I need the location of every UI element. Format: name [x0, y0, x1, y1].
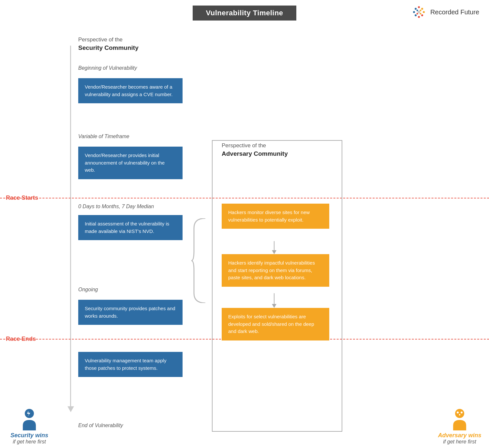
security-person-section: Security wins if get here first — [3, 408, 55, 445]
orange-box-1-text: Hackers monitor diverse sites for new vu… — [228, 210, 310, 223]
blue-box-2-text: Vendor/Researcher provides initial annou… — [85, 152, 165, 173]
orange-box-2-text: Hackers identify impactful vulnerabiliti… — [228, 260, 315, 280]
adversary-line2: Adversary Community — [222, 150, 288, 158]
timeline-arrow — [67, 406, 74, 412]
svg-rect-18 — [459, 414, 460, 415]
orange-box-1: Hackers monitor diverse sites for new vu… — [222, 204, 329, 229]
svg-point-2 — [423, 11, 425, 13]
security-line1: Perspective of the — [78, 36, 123, 43]
security-line2: Security Community — [78, 44, 139, 52]
logo: Recorded Future — [411, 4, 479, 20]
blue-box-1-text: Vendor/Researcher becomes aware of a vul… — [85, 84, 172, 97]
logo-icon — [411, 4, 427, 20]
adversary-wins-line1: Adversary wins — [438, 432, 481, 439]
adversary-person-section: Adversary wins if get here first — [434, 408, 486, 445]
svg-point-7 — [415, 8, 417, 10]
orange-box-3: Exploits for select vulnerabilities are … — [222, 308, 329, 340]
blue-box-2: Vendor/Researcher provides initial annou… — [78, 147, 183, 179]
curly-brace — [191, 218, 209, 303]
adversary-wins-label: Adversary wins — [434, 432, 486, 439]
svg-point-1 — [421, 8, 423, 10]
race-ends-label: Race Ends — [6, 336, 36, 342]
blue-box-3-text: Initial assessment of the vulnerability … — [85, 221, 169, 234]
days-label: 0 Days to Months, 7 Day Median — [78, 204, 154, 210]
blue-box-4-text: Security community provides patches and … — [85, 306, 175, 319]
blue-box-3: Initial assessment of the vulnerability … — [78, 215, 183, 240]
logo-text: Recorded Future — [430, 8, 479, 16]
security-person-icon — [18, 408, 41, 430]
svg-point-16 — [457, 412, 459, 413]
orange-box-3-text: Exploits for select vulnerabilities are … — [228, 314, 314, 334]
svg-point-0 — [418, 6, 420, 8]
blue-box-5-text: Vulnerability management team apply thos… — [85, 358, 166, 371]
security-wins-sublabel: if get here first — [3, 439, 55, 445]
adversary-perspective-label: Perspective of the Adversary Community — [222, 142, 288, 158]
blue-box-1: Vendor/Researcher becomes aware of a vul… — [78, 78, 183, 103]
timeline-line — [70, 46, 71, 409]
days-label-text: 0 Days to Months, 7 Day Median — [78, 204, 154, 209]
race-starts-label: Race Starts — [6, 195, 38, 201]
end-label: End of Vulnerability — [78, 423, 123, 428]
page-title: Vulnerability Timeline — [193, 6, 296, 21]
ongoing-label: Ongoing — [78, 287, 98, 293]
svg-point-12 — [420, 13, 421, 15]
svg-point-5 — [415, 14, 417, 16]
svg-point-10 — [416, 10, 418, 11]
svg-point-3 — [421, 14, 423, 16]
main-content: Perspective of the Security Community Be… — [0, 26, 489, 448]
svg-point-6 — [413, 11, 415, 13]
orange-arrow-1 — [274, 241, 274, 251]
beginning-label: Beginning of Vulnerability — [78, 65, 137, 71]
ongoing-label-text: Ongoing — [78, 287, 98, 292]
svg-point-15 — [455, 409, 464, 418]
variable-label: Variable of Timeframe — [78, 134, 129, 139]
blue-box-4: Security community provides patches and … — [78, 300, 183, 325]
adversary-line1: Perspective of the — [222, 142, 266, 149]
orange-box-2: Hackers identify impactful vulnerabiliti… — [222, 254, 329, 287]
security-wins-line1: Security wins — [10, 432, 48, 439]
svg-point-11 — [416, 13, 418, 15]
security-wins-label: Security wins — [3, 432, 55, 439]
adversary-person-icon — [448, 408, 471, 430]
svg-point-8 — [418, 11, 420, 13]
security-perspective-label: Perspective of the Security Community — [78, 36, 139, 52]
svg-point-4 — [418, 16, 420, 18]
blue-box-5: Vulnerability management team apply thos… — [78, 352, 183, 377]
svg-point-9 — [420, 10, 421, 11]
svg-point-17 — [461, 412, 463, 413]
adversary-wins-sublabel: if get here first — [434, 439, 486, 445]
variable-label-text: Variable of Timeframe — [78, 134, 129, 139]
orange-arrow-2 — [274, 293, 274, 305]
